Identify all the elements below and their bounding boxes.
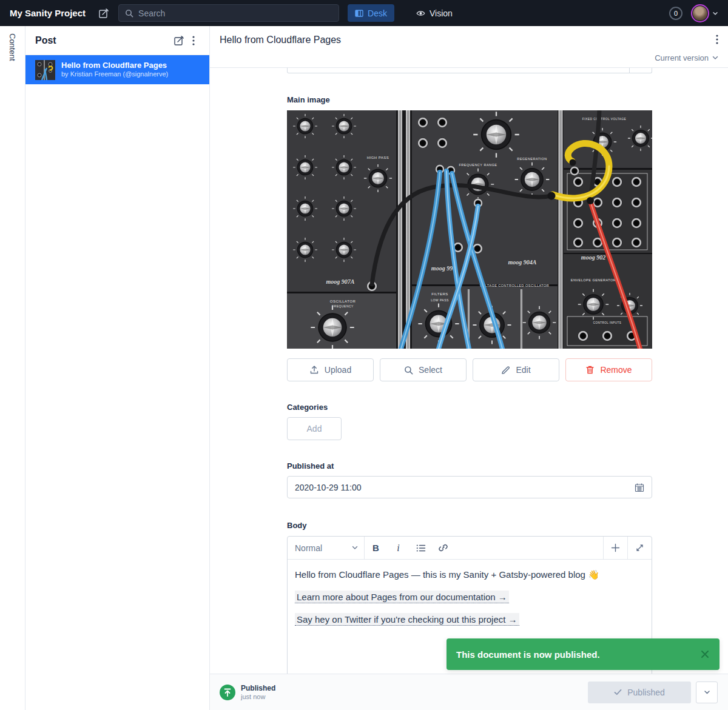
field-label-main-image: Main image	[287, 95, 652, 104]
sidebar-item-content[interactable]: Content	[8, 33, 17, 710]
publish-status-title: Published	[241, 684, 275, 692]
close-icon[interactable]	[700, 649, 710, 659]
list-item-thumbnail	[35, 60, 55, 80]
photo-label: FREQUENCY	[332, 304, 354, 308]
body-paragraph: Hello from Cloudflare Pages — this is my…	[295, 568, 644, 581]
list-item-title: Hello from Cloudflare Pages	[61, 61, 168, 70]
body-link-twitter[interactable]: Say hey on Twitter if you're checking ou…	[295, 613, 519, 626]
list-item[interactable]: Hello from Cloudflare Pages by Kristian …	[25, 55, 209, 84]
photo-label: moog 995	[431, 265, 456, 272]
chevron-down-icon	[352, 546, 358, 550]
editor-toolbar: Normal B i	[288, 537, 652, 560]
notifications-badge[interactable]: 0	[669, 7, 682, 20]
slug-field-partial[interactable]	[287, 68, 652, 73]
photo-label: FILTERS	[431, 292, 448, 296]
publish-status-time: just now	[241, 693, 275, 700]
photo-label: FREQUENCY RANGE	[459, 163, 497, 167]
style-select[interactable]: Normal	[288, 537, 365, 559]
edit-button[interactable]: Edit	[473, 358, 559, 381]
list-item-subtitle: by Kristian Freeman (@signalnerve)	[61, 70, 168, 79]
field-label-published-at: Published at	[287, 461, 652, 471]
list-pane-header: Post	[25, 26, 209, 55]
new-document-icon[interactable]	[172, 33, 186, 48]
version-selector[interactable]: Current version	[655, 53, 718, 62]
trash-icon	[585, 365, 595, 375]
select-button[interactable]: Select	[380, 358, 467, 381]
field-label-body: Body	[287, 521, 652, 530]
search-input[interactable]: Search	[118, 4, 339, 22]
content-rail: Content	[0, 26, 25, 710]
published-at-value: 2020-10-29 11:00	[295, 483, 362, 492]
photo-label: VOLTAGE CONTROLLED OSCILLATOR	[480, 284, 550, 287]
search-placeholder: Search	[138, 8, 165, 18]
photo-label: HIGH PASS	[367, 156, 389, 159]
photo-label: CONTROL INPUTS	[593, 321, 622, 324]
photo-label: moog 904A	[508, 259, 537, 266]
document-menu-icon[interactable]	[716, 35, 718, 44]
add-category-button[interactable]: Add	[287, 417, 342, 440]
photo-label: ENVELOPE GENERATOR	[571, 278, 616, 282]
photo-label: moog 902	[581, 254, 605, 261]
document-form: Main image	[210, 68, 728, 674]
search-icon	[404, 366, 413, 375]
tab-desk[interactable]: Desk	[348, 4, 394, 22]
chevron-down-icon[interactable]	[712, 11, 718, 16]
photo-label: LOW PASS	[431, 298, 449, 302]
photo-label: moog 907A	[326, 278, 355, 285]
search-icon	[125, 9, 133, 18]
remove-button[interactable]: Remove	[565, 358, 652, 381]
check-icon	[614, 689, 622, 695]
toast-published: This document is now published.	[447, 638, 720, 670]
chevron-down-icon	[712, 56, 718, 60]
pane-title: Post	[35, 35, 172, 46]
editor-content[interactable]: Hello from Cloudflare Pages — this is my…	[288, 560, 652, 643]
expand-editor-button[interactable]	[627, 537, 652, 559]
upload-icon	[309, 365, 319, 375]
italic-button[interactable]: i	[387, 537, 410, 559]
project-title: My Sanity Project	[10, 8, 86, 18]
published-at-input[interactable]: 2020-10-29 11:00	[287, 476, 652, 498]
photo-label: REGENERATION	[517, 157, 547, 161]
calendar-icon[interactable]	[635, 483, 644, 492]
published-button[interactable]: Published	[588, 682, 691, 703]
eye-icon	[416, 9, 425, 18]
avatar[interactable]	[691, 4, 709, 22]
photo-label: OSCILLATOR	[330, 300, 356, 303]
pencil-icon	[501, 366, 510, 375]
insert-block-button[interactable]	[603, 537, 627, 559]
compose-icon[interactable]	[98, 7, 110, 19]
main-image-photo[interactable]: HIGH PASS FREQUENCY RANGE REGENERATION F…	[287, 110, 652, 349]
bold-button[interactable]: B	[365, 537, 387, 559]
document-title: Hello from Cloudflare Pages	[220, 35, 716, 45]
document-footer: Published just now Published	[210, 674, 728, 710]
bulleted-list-button[interactable]	[410, 537, 432, 559]
document-header: Hello from Cloudflare Pages Current vers…	[210, 26, 728, 68]
photo-label: FIXED CONTROL VOLTAGE	[582, 118, 627, 121]
field-label-categories: Categories	[287, 403, 652, 412]
upload-button[interactable]: Upload	[287, 358, 374, 381]
desk-icon	[355, 9, 363, 18]
top-bar: My Sanity Project Search Desk Vision 0	[0, 0, 728, 26]
toast-message: This document is now published.	[456, 649, 600, 660]
document-pane: Hello from Cloudflare Pages Current vers…	[210, 26, 728, 710]
pane-menu-icon[interactable]	[186, 33, 201, 48]
publish-status-icon	[220, 685, 235, 700]
document-list-pane: Post	[25, 26, 210, 710]
link-button[interactable]	[432, 537, 454, 559]
publish-menu-button[interactable]	[696, 682, 718, 703]
expand-icon	[636, 544, 644, 552]
tab-vision[interactable]: Vision	[409, 4, 460, 22]
plus-icon	[611, 543, 620, 552]
body-link-docs[interactable]: Learn more about Pages from our document…	[295, 591, 509, 603]
chevron-down-icon	[704, 690, 710, 695]
